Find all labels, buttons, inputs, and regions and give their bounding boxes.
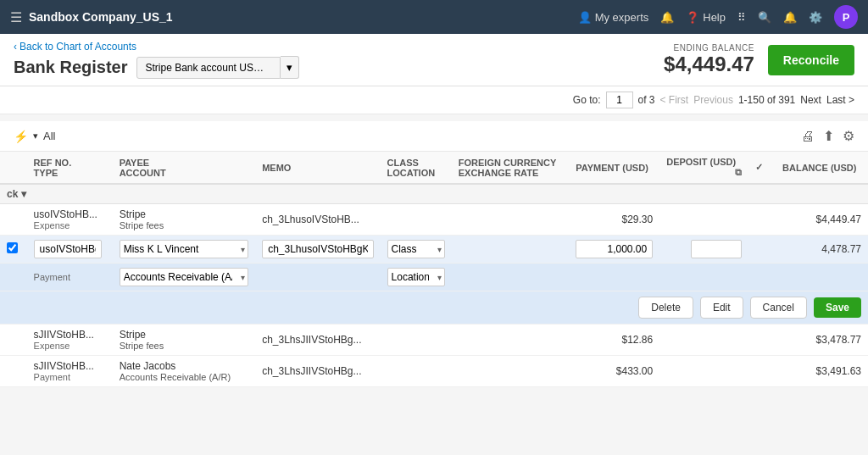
row3-payment: $12.86 — [569, 325, 659, 356]
row2-payment-input[interactable] — [576, 240, 653, 258]
table-row[interactable]: usoIVStoHB... Expense Stripe Stripe fees… — [0, 204, 868, 236]
my-experts-link[interactable]: 👤 My experts — [578, 11, 649, 24]
bell-icon[interactable]: 🔔 — [783, 11, 797, 24]
delete-button[interactable]: Delete — [638, 297, 693, 319]
person-icon: 👤 — [578, 11, 592, 24]
th-balance: BALANCE (USD) — [776, 152, 868, 184]
first-page-link[interactable]: < First — [660, 94, 689, 106]
edit-button[interactable]: Edit — [700, 297, 743, 319]
row1-refno: usoIVStoHB... Expense — [27, 204, 113, 236]
row4-memo: ch_3LhsJIIVStoHBg... — [255, 356, 380, 387]
filter-icon[interactable]: ⚡ — [14, 130, 28, 143]
settings-gear-icon[interactable]: ⚙ — [843, 128, 854, 144]
row3-class — [381, 325, 452, 356]
row2-refno — [27, 236, 113, 264]
row1-class — [381, 204, 452, 236]
apps-icon[interactable]: ⠿ — [737, 11, 746, 24]
row1-payment: $29.30 — [569, 204, 659, 236]
help-link[interactable]: ❓ Help — [686, 11, 726, 24]
previous-page-link[interactable]: Previous — [693, 94, 733, 106]
th-payee-account: PAYEE ACCOUNT — [113, 152, 255, 184]
account-select-button[interactable]: Stripe Bank account USD H... — [136, 57, 281, 79]
th-memo: MEMO — [255, 152, 380, 184]
table-row[interactable]: sJIIVStoHB... Payment Nate Jacobs Accoun… — [0, 356, 868, 387]
account-dropdown-button[interactable]: ▾ — [281, 56, 299, 79]
print-icon[interactable]: 🖨 — [801, 129, 815, 144]
row2-account-dropdown[interactable]: Accounts Receivable (A/R) — [120, 268, 248, 286]
row2-location: Location ▾ — [381, 264, 452, 291]
register-table-container: ⚡ ▾ All 🖨 ⬆ ⚙ REF NO. TYPE PAYEE ACCOUNT… — [0, 121, 868, 387]
table-row-editing[interactable]: Miss K L Vincent ▾ Class ▾ — [0, 236, 868, 264]
last-page-link[interactable]: Last > — [826, 94, 854, 106]
row2-memo-input[interactable] — [262, 240, 373, 258]
row3-payee: Stripe Stripe fees — [113, 325, 255, 356]
th-refno-label: REF NO. — [34, 158, 106, 168]
th-check: ✓ — [748, 152, 776, 184]
th-location-label: LOCATION — [387, 168, 445, 178]
row1-payee: Stripe Stripe fees — [113, 204, 255, 236]
row4-check — [748, 356, 776, 387]
menu-icon[interactable]: ☰ — [10, 9, 22, 25]
search-icon[interactable]: 🔍 — [758, 11, 771, 24]
row2-class: Class ▾ — [381, 236, 452, 264]
row2-payee: Miss K L Vincent ▾ — [113, 236, 255, 264]
th-payment: PAYMENT (USD) — [569, 152, 659, 184]
of-pages: of 3 — [638, 94, 655, 106]
row3-refno: sJIIVStoHB... Expense — [27, 325, 113, 356]
row2-checkbox-input[interactable] — [7, 242, 18, 253]
th-class-label: CLASS — [387, 158, 445, 168]
account-select-wrapper: Accounts Receivable (A/R) ▾ — [120, 268, 248, 286]
filter-all-label: All — [43, 130, 55, 142]
row4-checkbox — [0, 356, 27, 387]
row1-fcrate — [452, 204, 569, 236]
row1-deposit — [659, 204, 748, 236]
row2-checkbox[interactable] — [0, 236, 27, 264]
copy-icon[interactable]: ⧉ — [735, 167, 742, 177]
th-class-location: CLASS LOCATION — [381, 152, 452, 184]
top-nav-left: ☰ Sandbox Company_US_1 — [10, 9, 173, 25]
date-header-row-1: ck ▾ — [0, 184, 868, 204]
th-type-label: TYPE — [34, 168, 106, 178]
filter-right: 🖨 ⬆ ⚙ — [801, 128, 854, 144]
settings-icon[interactable]: ⚙️ — [809, 11, 822, 24]
account-selector: Stripe Bank account USD H... ▾ — [136, 56, 299, 79]
row2-account-checkbox — [0, 264, 27, 291]
register-table: REF NO. TYPE PAYEE ACCOUNT MEMO CLASS LO… — [0, 152, 868, 387]
row1-check — [748, 204, 776, 236]
row2-deposit-input[interactable] — [691, 240, 742, 258]
filter-left: ⚡ ▾ All — [14, 130, 55, 143]
next-page-link[interactable]: Next — [800, 94, 821, 106]
filter-dropdown-arrow[interactable]: ▾ — [33, 130, 38, 141]
row2-refno-input[interactable] — [34, 240, 102, 258]
th-refno-type: REF NO. TYPE — [27, 152, 113, 184]
row3-fcrate — [452, 325, 569, 356]
row2-account-memo — [255, 264, 380, 291]
back-to-chart-link[interactable]: ‹ Back to Chart of Accounts — [14, 41, 299, 53]
sub-header: ‹ Back to Chart of Accounts Bank Registe… — [0, 34, 868, 86]
export-icon[interactable]: ⬆ — [823, 128, 834, 144]
row2-deposit — [659, 236, 748, 264]
row4-balance: $3,491.63 — [776, 356, 868, 387]
cancel-button[interactable]: Cancel — [750, 297, 807, 319]
reconcile-button[interactable]: Reconcile — [768, 45, 854, 75]
row3-deposit — [659, 325, 748, 356]
page-input[interactable] — [606, 92, 633, 108]
profile-avatar[interactable]: P — [834, 5, 858, 29]
save-button[interactable]: Save — [814, 297, 861, 318]
row2-payment — [569, 236, 659, 264]
row3-memo: ch_3LhsJIIVStoHBg... — [255, 325, 380, 356]
class-select-wrapper: Class ▾ — [387, 240, 445, 258]
row2-location-select[interactable]: Location — [387, 268, 445, 286]
pagination-bar: Go to: of 3 < First Previous 1-150 of 39… — [0, 86, 868, 114]
action-buttons-cell: Delete Edit Cancel Save — [0, 291, 868, 325]
ending-balance-section: ENDING BALANCE $4,449.47 — [664, 43, 754, 76]
table-row[interactable]: sJIIVStoHB... Expense Stripe Stripe fees… — [0, 325, 868, 356]
row2-payee-select[interactable]: Miss K L Vincent — [120, 240, 248, 258]
row2-memo — [255, 236, 380, 264]
th-foreign-currency: FOREIGN CURRENCY EXCHANGE RATE — [452, 152, 569, 184]
back-arrow-icon: ‹ — [14, 41, 17, 53]
row2-balance: 4,478.77 — [776, 236, 868, 264]
notifications-icon[interactable]: 🔔 — [660, 11, 674, 24]
row2-account-type: Payment — [27, 264, 113, 291]
row2-class-select[interactable]: Class — [387, 240, 445, 258]
